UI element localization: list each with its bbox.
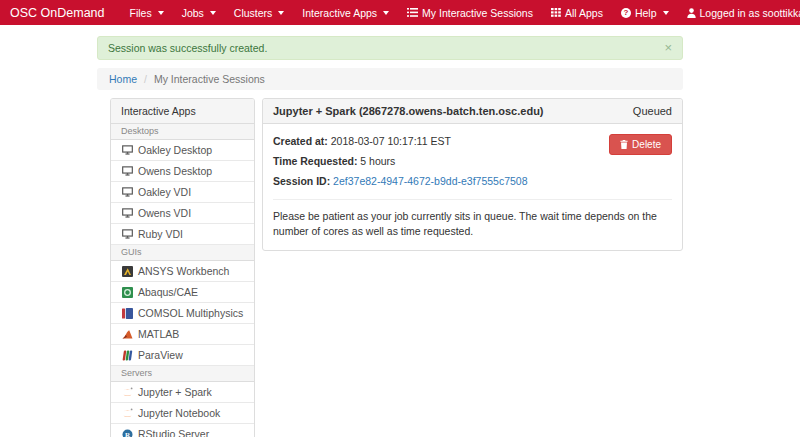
sidebar-item-oakley-vdi[interactable]: Oakley VDI <box>111 182 254 203</box>
sidebar-item-ruby-vdi[interactable]: Ruby VDI <box>111 224 254 245</box>
sidebar-item-label: Oakley Desktop <box>138 144 212 156</box>
menu-interactive-apps-label: Interactive Apps <box>302 7 377 19</box>
list-icon <box>407 8 418 17</box>
time-requested-value: 5 hours <box>360 155 395 167</box>
sidebar-item-label: ParaView <box>138 349 183 361</box>
sidebar-item-label: Ruby VDI <box>138 228 183 240</box>
sidebar-section-desktops: Desktops <box>111 124 254 140</box>
sidebar-item-owens-desktop[interactable]: Owens Desktop <box>111 161 254 182</box>
desktop-icon <box>121 145 133 156</box>
desktop-icon <box>121 166 133 177</box>
divider <box>273 199 672 200</box>
menu-files-label: Files <box>129 7 151 19</box>
sidebar-item-rstudio-server[interactable]: R RStudio Server <box>111 424 254 437</box>
session-panel: Jupyter + Spark (2867278.owens-batch.ten… <box>262 98 683 251</box>
menu-all-apps-label: All Apps <box>565 7 603 19</box>
status-badge: Queued <box>633 105 672 117</box>
time-requested-label: Time Requested: <box>273 155 357 167</box>
menu-my-interactive-sessions-label: My Interactive Sessions <box>422 7 533 19</box>
chevron-down-icon <box>383 11 389 15</box>
sidebar-item-comsol-multiphysics[interactable]: COMSOL Multiphysics <box>111 303 254 324</box>
desktop-icon <box>121 208 133 219</box>
sidebar-title: Interactive Apps <box>111 99 254 124</box>
question-circle-icon: ? <box>621 8 631 18</box>
ansys-icon <box>121 266 133 277</box>
sidebar-item-ansys-workbench[interactable]: ANSYS Workbench <box>111 261 254 282</box>
rstudio-icon: R <box>121 429 133 437</box>
breadcrumb-current: My Interactive Sessions <box>154 73 265 85</box>
menu-clusters-label: Clusters <box>234 7 273 19</box>
sidebar-item-label: Jupyter + Spark <box>138 386 212 398</box>
delete-button[interactable]: Delete <box>609 134 672 155</box>
navbar-right: ? Help Logged in as soottikkal Log Out <box>612 0 800 25</box>
jupyter-icon <box>121 387 133 398</box>
sidebar-item-label: Owens VDI <box>138 207 191 219</box>
abaqus-icon <box>121 287 133 298</box>
sidebar-item-label: Jupyter Notebook <box>138 407 220 419</box>
jupyter-icon <box>121 408 133 419</box>
delete-button-label: Delete <box>632 139 661 150</box>
sidebar-item-label: Oakley VDI <box>138 186 191 198</box>
chevron-down-icon <box>210 11 216 15</box>
menu-jobs-label: Jobs <box>182 7 204 19</box>
created-at-label: Created at: <box>273 135 328 147</box>
sidebar-item-label: COMSOL Multiphysics <box>138 307 243 319</box>
sidebar-item-oakley-desktop[interactable]: Oakley Desktop <box>111 140 254 161</box>
sidebar-item-label: MATLAB <box>138 328 179 340</box>
sidebar-item-paraview[interactable]: ParaView <box>111 345 254 366</box>
breadcrumb: Home / My Interactive Sessions <box>97 68 683 90</box>
session-id-label: Session ID: <box>273 175 330 187</box>
time-requested-field: Time Requested: 5 hours <box>273 154 672 169</box>
sidebar-item-abaqus-cae[interactable]: Abaqus/CAE <box>111 282 254 303</box>
chevron-down-icon <box>663 11 669 15</box>
menu-interactive-apps[interactable]: Interactive Apps <box>293 0 398 25</box>
sidebar-item-label: Abaqus/CAE <box>138 286 198 298</box>
paraview-icon <box>121 350 133 361</box>
sidebar-item-label: RStudio Server <box>138 428 209 437</box>
menu-help[interactable]: ? Help <box>612 0 678 25</box>
page-container: Session was successfully created. × Home… <box>97 36 683 437</box>
main-content: Jupyter + Spark (2867278.owens-batch.ten… <box>262 98 683 251</box>
menu-jobs[interactable]: Jobs <box>173 0 225 25</box>
sidebar-item-label: Owens Desktop <box>138 165 212 177</box>
desktop-icon <box>121 229 133 240</box>
grid-icon <box>551 8 561 17</box>
desktop-icon <box>121 187 133 198</box>
interactive-apps-sidebar: Interactive Apps Desktops Oakley Desktop… <box>110 98 255 437</box>
sidebar-item-label: ANSYS Workbench <box>138 265 229 277</box>
sidebar-item-jupyter-spark[interactable]: Jupyter + Spark <box>111 382 254 403</box>
trash-icon <box>620 140 628 149</box>
success-alert: Session was successfully created. × <box>97 36 683 60</box>
session-panel-body: Created at: 2018-03-07 10:17:11 EST Time… <box>263 124 682 250</box>
sidebar-item-owens-vdi[interactable]: Owens VDI <box>111 203 254 224</box>
sidebar-section-guis: GUIs <box>111 245 254 261</box>
menu-my-interactive-sessions[interactable]: My Interactive Sessions <box>398 0 542 25</box>
queue-wait-message: Please be patient as your job currently … <box>273 209 672 241</box>
created-at-value: 2018-03-07 10:17:11 EST <box>331 135 451 147</box>
sidebar-item-jupyter-notebook[interactable]: Jupyter Notebook <box>111 403 254 424</box>
session-id-field: Session ID: 2ef37e82-4947-4672-b9dd-e3f7… <box>273 174 672 189</box>
logged-in-user-label: Logged in as soottikkal <box>700 7 800 19</box>
matlab-icon <box>121 329 133 340</box>
user-icon <box>687 8 696 18</box>
sidebar-section-servers: Servers <box>111 366 254 382</box>
chevron-down-icon <box>278 11 284 15</box>
session-id-link[interactable]: 2ef37e82-4947-4672-b9dd-e3f7555c7508 <box>333 175 527 187</box>
close-icon[interactable]: × <box>664 43 672 53</box>
chevron-down-icon <box>158 11 164 15</box>
session-panel-heading: Jupyter + Spark (2867278.owens-batch.ten… <box>263 99 682 124</box>
menu-help-label: Help <box>635 7 657 19</box>
menu-clusters[interactable]: Clusters <box>225 0 294 25</box>
logged-in-user: Logged in as soottikkal <box>678 0 800 25</box>
alert-message: Session was successfully created. <box>108 42 267 54</box>
menu-all-apps[interactable]: All Apps <box>542 0 612 25</box>
sidebar-item-matlab[interactable]: MATLAB <box>111 324 254 345</box>
top-navbar: OSC OnDemand Files Jobs Clusters Interac… <box>0 0 800 25</box>
brand-logo[interactable]: OSC OnDemand <box>10 6 104 20</box>
comsol-icon <box>121 308 133 319</box>
breadcrumb-separator: / <box>144 73 147 85</box>
menu-files[interactable]: Files <box>120 0 172 25</box>
breadcrumb-home-link[interactable]: Home <box>109 73 137 85</box>
session-title: Jupyter + Spark (2867278.owens-batch.ten… <box>273 105 544 117</box>
